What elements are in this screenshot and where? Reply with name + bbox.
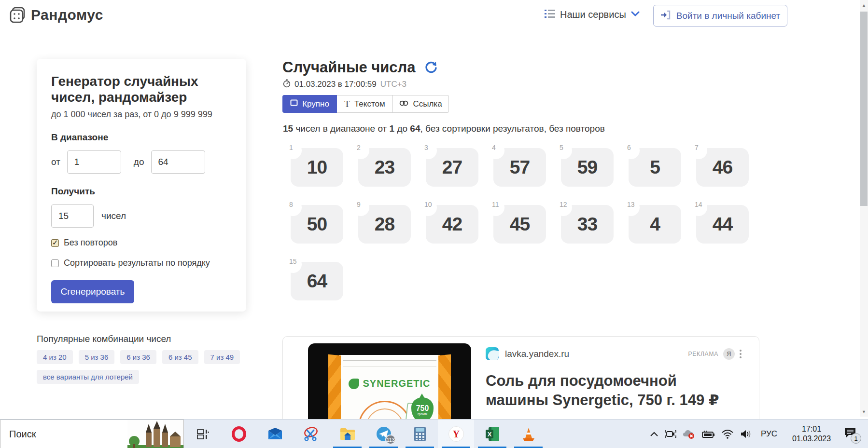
combo-link[interactable]: 4 из 20: [37, 350, 73, 364]
battery-icon[interactable]: [701, 429, 715, 439]
opera-icon[interactable]: [221, 420, 257, 448]
no-repeats-checkbox[interactable]: [51, 239, 59, 247]
dice-icon: [9, 6, 27, 24]
action-center-icon[interactable]: 1: [844, 427, 856, 441]
range-row: от до: [51, 150, 232, 174]
summary-part2: до: [394, 123, 410, 134]
weight-value: 750: [416, 405, 429, 412]
count-input[interactable]: [51, 204, 94, 228]
tile-index: 1: [289, 144, 293, 151]
combo-link[interactable]: 6 из 36: [120, 350, 156, 364]
to-input[interactable]: [151, 150, 205, 174]
refresh-icon[interactable]: [424, 60, 438, 76]
file-explorer-icon[interactable]: [329, 420, 365, 448]
onedrive-error-icon[interactable]: [683, 429, 695, 439]
all-lotteries-link[interactable]: все варианты для лотерей: [37, 370, 139, 384]
tile-value: 44: [713, 214, 732, 235]
language-indicator[interactable]: РУС: [761, 429, 777, 439]
search-daily-image[interactable]: [127, 420, 183, 448]
ad-site-link[interactable]: lavka.yandex.ru: [505, 349, 569, 359]
generator-card: Генератор случайных чисел, рандомайзер д…: [37, 59, 246, 312]
login-icon: [660, 10, 671, 22]
number-tile: 559: [561, 148, 614, 187]
sort-label: Сортировать результаты по порядку: [64, 258, 210, 268]
combo-link[interactable]: 7 из 49: [204, 350, 240, 364]
login-button[interactable]: Войти в личный кабинет: [653, 5, 787, 27]
site-title: Рандомус: [31, 7, 103, 23]
number-tile: 1145: [493, 205, 546, 244]
telegram-icon[interactable]: 113: [365, 420, 402, 448]
scroll-up-icon[interactable]: ▲: [860, 1, 868, 9]
popular-row-1: 4 из 20 5 из 36 6 из 36 6 из 45 7 из 49: [37, 350, 259, 364]
summary-tail: , без сортировки результатов, без повтор…: [420, 123, 605, 134]
clock[interactable]: 17:01 01.03.2023: [788, 424, 835, 444]
tile-index: 7: [695, 144, 699, 151]
scrollbar[interactable]: ▲ ▼: [860, 0, 868, 417]
number-tile: 327: [426, 148, 478, 187]
notification-badge: 1: [851, 433, 861, 444]
number-tile: 223: [358, 148, 411, 187]
volume-icon[interactable]: [740, 429, 753, 439]
from-label: от: [51, 157, 60, 167]
services-menu[interactable]: Наши сервисы: [545, 9, 640, 20]
ad-title[interactable]: Соль для посудомоечной машины Synergetic…: [486, 371, 739, 410]
tile-value: 42: [442, 214, 462, 235]
tile-value: 5: [650, 157, 660, 178]
taskbar-search[interactable]: Поиск: [0, 420, 184, 448]
tab-text[interactable]: T Текстом: [337, 95, 393, 113]
tab-text-label: Текстом: [354, 99, 385, 109]
from-input[interactable]: [67, 150, 121, 174]
generator-title: Генератор случайных чисел, рандомайзер: [51, 73, 232, 105]
tile-index: 9: [357, 201, 361, 208]
camera-icon[interactable]: [665, 429, 676, 439]
count-row: чисел: [51, 204, 232, 228]
sort-checkbox[interactable]: [51, 259, 59, 267]
tile-value: 28: [375, 214, 394, 235]
wifi-icon[interactable]: [721, 429, 734, 439]
tile-value: 10: [307, 157, 327, 178]
screen-recorder-icon[interactable]: [293, 420, 329, 448]
generator-subtitle: до 1 000 чисел за раз, от 0 до 9 999 999: [51, 109, 232, 120]
no-repeats-option[interactable]: Без повторов: [51, 238, 232, 248]
generate-button[interactable]: Сгенерировать: [51, 280, 134, 303]
task-view-button[interactable]: [184, 420, 221, 448]
tile-index: 13: [627, 201, 635, 208]
chevron-down-icon: [631, 10, 640, 19]
numbers-grid: 110 223 327 457 559 65 746 850 928 1042 …: [291, 148, 754, 300]
tile-index: 14: [695, 201, 702, 208]
site-logo[interactable]: Рандомус: [9, 6, 103, 24]
tile-value: 64: [307, 271, 327, 292]
excel-icon[interactable]: X: [474, 420, 510, 448]
summary-count: 15: [283, 123, 293, 134]
tile-index: 10: [424, 201, 432, 208]
combo-link[interactable]: 5 из 36: [79, 350, 115, 364]
number-tile: 1042: [426, 205, 478, 244]
number-tile: 134: [629, 205, 681, 244]
tile-index: 6: [627, 144, 631, 151]
vlc-icon[interactable]: [510, 420, 546, 448]
summary-part1: чисел в диапазоне от: [293, 123, 389, 134]
tile-value: 33: [577, 214, 597, 235]
mail-icon[interactable]: [257, 420, 293, 448]
number-tile: 1444: [696, 205, 749, 244]
tile-value: 4: [650, 214, 660, 235]
tray-expand-icon[interactable]: [650, 431, 658, 437]
calculator-icon[interactable]: [402, 420, 438, 448]
lavka-icon: [486, 347, 499, 360]
tile-value: 57: [510, 157, 530, 178]
number-tile: 850: [291, 205, 343, 244]
ad-badge: РЕКЛАМА: [688, 351, 718, 357]
scroll-down-icon[interactable]: ▼: [860, 407, 868, 416]
tile-index: 2: [357, 144, 361, 151]
system-tray: РУС 17:01 01.03.2023 1: [650, 420, 856, 448]
yandex-browser-icon[interactable]: Y: [438, 420, 474, 448]
tab-large[interactable]: Крупно: [282, 95, 337, 113]
tile-value: 59: [577, 157, 597, 178]
scrollbar-thumb[interactable]: [860, 12, 868, 206]
popular-title: Популярные комбинации чисел: [37, 334, 259, 344]
tab-link[interactable]: Ссылка: [393, 95, 449, 113]
combo-link[interactable]: 6 из 45: [162, 350, 198, 364]
ad-menu-icon[interactable]: [740, 350, 742, 358]
tile-value: 45: [510, 214, 530, 235]
sort-option[interactable]: Сортировать результаты по порядку: [51, 258, 232, 268]
